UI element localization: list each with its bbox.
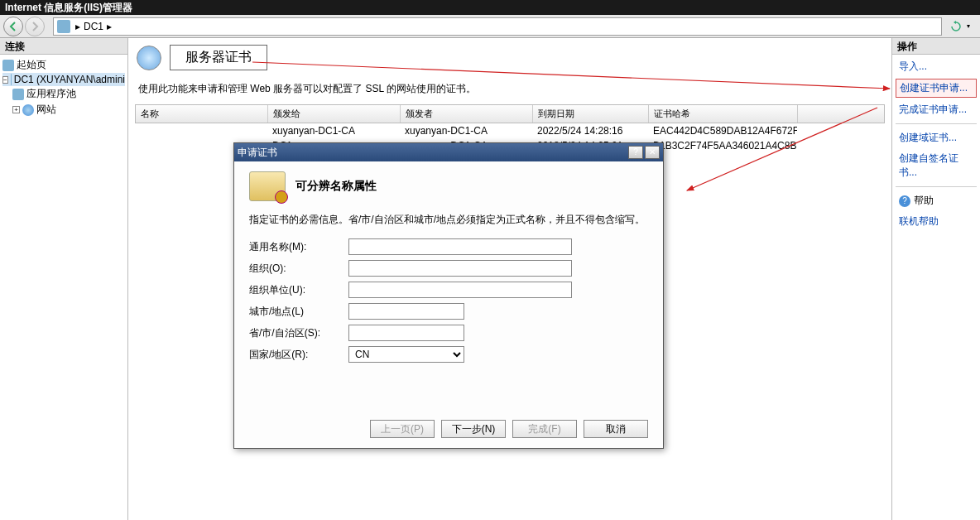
- app-pool-icon: [12, 89, 24, 100]
- actions-header: 操作: [892, 38, 980, 55]
- action-online-help[interactable]: 联机帮助: [896, 213, 977, 230]
- cancel-button[interactable]: 取消: [584, 420, 648, 438]
- window-title: Internet 信息服务(IIS)管理器: [5, 2, 132, 13]
- feature-description: 使用此功能来申请和管理 Web 服务器可以对配置了 SSL 的网站使用的证书。: [128, 77, 891, 101]
- label-org-unit: 组织单位(U):: [249, 283, 348, 297]
- toolbar-refresh[interactable]: ▾: [944, 17, 977, 36]
- col-issued-to[interactable]: 颁发给: [268, 105, 401, 123]
- org-unit-field[interactable]: [348, 282, 572, 298]
- address-bar[interactable]: ▸ DC1 ▸: [53, 17, 942, 36]
- dialog-title: 申请证书: [238, 146, 277, 160]
- action-import[interactable]: 导入...: [896, 58, 977, 75]
- row-organization: 组织(O):: [249, 260, 648, 277]
- next-button[interactable]: 下一步(N): [441, 420, 506, 438]
- row-country: 国家/地区(R): CN: [249, 346, 648, 363]
- breadcrumb-arrow-icon: ▸: [107, 21, 112, 32]
- row-common-name: 通用名称(M):: [249, 238, 648, 255]
- breadcrumb-arrow-icon: ▸: [75, 21, 80, 32]
- label-city: 城市/地点(L): [249, 305, 348, 319]
- certificate-icon: [249, 171, 286, 201]
- action-create-domain-cert[interactable]: 创建域证书...: [896, 129, 977, 147]
- window-titlebar: Internet 信息服务(IIS)管理器: [0, 0, 980, 15]
- cell-hash: EAC442D4C589DAB12A4F672F6...: [648, 123, 797, 138]
- col-name[interactable]: 名称: [136, 105, 268, 123]
- dialog-titlebar[interactable]: 申请证书 ? ✕: [234, 143, 663, 161]
- label-common-name: 通用名称(M):: [249, 240, 348, 254]
- col-issued-by[interactable]: 颁发者: [401, 105, 533, 123]
- feature-title-row: 服务器证书: [128, 38, 891, 77]
- divider: [896, 123, 977, 124]
- breadcrumb[interactable]: ▸ DC1 ▸: [75, 21, 112, 32]
- actions-list: 导入... 创建证书申请... 完成证书申请... 创建域证书... 创建自签名…: [892, 55, 980, 234]
- breadcrumb-node[interactable]: DC1: [84, 21, 103, 32]
- label-country: 国家/地区(R):: [249, 348, 348, 362]
- dialog-body: 可分辨名称属性 指定证书的必需信息。省/市/自治区和城市/地点必须指定为正式名称…: [234, 161, 663, 448]
- dialog-close-button[interactable]: ✕: [645, 146, 660, 159]
- nav-forward-button[interactable]: [25, 17, 45, 36]
- state-field[interactable]: [348, 325, 464, 341]
- help-icon: ?: [899, 195, 910, 207]
- tree-label: 起始页: [17, 58, 46, 72]
- toolbar: ▸ DC1 ▸ ▾: [0, 15, 980, 38]
- dropdown-icon: ▾: [967, 22, 970, 30]
- tree-start-page[interactable]: 起始页: [2, 57, 125, 73]
- dialog-help-button[interactable]: ?: [628, 146, 643, 159]
- row-org-unit: 组织单位(U):: [249, 282, 648, 298]
- tree-collapse-icon[interactable]: −: [2, 76, 8, 84]
- tree-label: 网站: [36, 103, 56, 117]
- dialog-description: 指定证书的必需信息。省/市/自治区和城市/地点必须指定为正式名称，并且不得包含缩…: [249, 213, 648, 227]
- organization-field[interactable]: [348, 260, 572, 277]
- cell-expiry: 2022/5/24 14:28:16: [532, 123, 648, 138]
- cert-feature-icon: [137, 46, 161, 70]
- tree-expand-icon[interactable]: +: [12, 106, 20, 113]
- row-city: 城市/地点(L): [249, 303, 648, 320]
- globe-icon: [22, 104, 34, 116]
- server-icon: [11, 74, 12, 85]
- action-create-cert-request[interactable]: 创建证书申请...: [896, 79, 977, 98]
- label-organization: 组织(O):: [249, 262, 348, 276]
- connections-panel: 连接 起始页 − DC1 (XUYANYAN\admini 应用程序池 + 网站: [0, 38, 128, 520]
- divider: [896, 186, 977, 187]
- country-select[interactable]: CN: [348, 346, 464, 363]
- tree-label: DC1 (XUYANYAN\admini: [14, 74, 125, 85]
- tree-label: 应用程序池: [26, 87, 76, 101]
- dialog-buttons: 上一页(P) 下一步(N) 完成(F) 取消: [249, 412, 648, 438]
- connections-tree: 起始页 − DC1 (XUYANYAN\admini 应用程序池 + 网站: [0, 55, 127, 120]
- action-help[interactable]: ? 帮助: [896, 192, 977, 209]
- refresh-icon: [950, 21, 962, 32]
- cell-name: [135, 123, 267, 138]
- city-field[interactable]: [348, 303, 464, 320]
- tree-server-node[interactable]: − DC1 (XUYANYAN\admini: [2, 73, 125, 86]
- dialog-header: 可分辨名称属性: [249, 171, 648, 201]
- action-create-selfsigned-cert[interactable]: 创建自签名证书...: [896, 150, 977, 181]
- dialog-section-title: 可分辨名称属性: [295, 179, 377, 194]
- col-expiry[interactable]: 到期日期: [533, 105, 649, 123]
- cell-issued-by: xuyanyan-DC1-CA: [400, 123, 532, 138]
- feature-title: 服务器证书: [170, 45, 267, 70]
- table-row[interactable]: xuyanyan-DC1-CA xuyanyan-DC1-CA 2022/5/2…: [135, 123, 885, 138]
- connections-header: 连接: [0, 38, 127, 55]
- row-state: 省/市/自治区(S):: [249, 325, 648, 341]
- prev-button[interactable]: 上一页(P): [370, 420, 435, 438]
- actions-panel: 操作 导入... 创建证书申请... 完成证书申请... 创建域证书... 创建…: [892, 38, 980, 520]
- help-label: 帮助: [914, 194, 934, 208]
- tree-app-pools[interactable]: 应用程序池: [2, 86, 125, 102]
- dialog-form: 通用名称(M): 组织(O): 组织单位(U): 城市/地点(L) 省/市/自治…: [249, 238, 648, 363]
- request-cert-dialog: 申请证书 ? ✕ 可分辨名称属性 指定证书的必需信息。省/市/自治区和城市/地点…: [233, 142, 664, 449]
- action-complete-cert-request[interactable]: 完成证书申请...: [896, 101, 977, 118]
- common-name-field[interactable]: [348, 238, 572, 255]
- cell-issued-to: xuyanyan-DC1-CA: [267, 123, 400, 138]
- tree-sites[interactable]: + 网站: [2, 102, 125, 118]
- nav-back-button[interactable]: [3, 17, 23, 36]
- col-hash[interactable]: 证书哈希: [649, 105, 798, 123]
- cert-table-header[interactable]: 名称 颁发给 颁发者 到期日期 证书哈希: [135, 104, 885, 123]
- server-icon: [57, 20, 70, 33]
- finish-button[interactable]: 完成(F): [512, 420, 577, 438]
- start-page-icon: [2, 60, 14, 71]
- dialog-window-controls: ? ✕: [628, 146, 660, 159]
- cell-hash: B1B3C2F74F5AA346021A4C8B8...: [648, 138, 797, 153]
- label-state: 省/市/自治区(S):: [249, 326, 348, 340]
